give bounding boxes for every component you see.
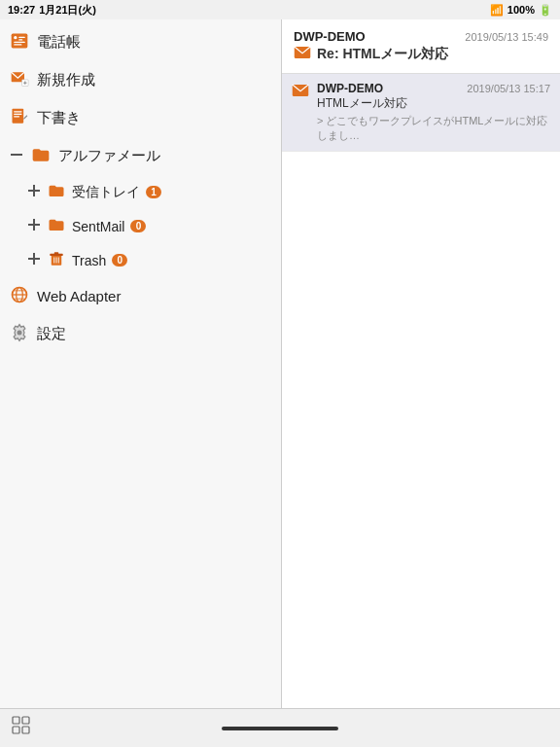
trash-plus-icon [27, 252, 41, 268]
webadapter-icon [10, 285, 29, 307]
sidebar-item-compose[interactable]: 新規作成 [0, 61, 281, 99]
alphamail-collapse-icon [10, 148, 23, 164]
email-from: DWP-DEMO [317, 82, 383, 95]
svg-rect-36 [13, 727, 19, 733]
list-item[interactable]: DWP-DEMO 2019/05/13 15:17 HTMLメール対応 > どこ… [282, 74, 560, 152]
svg-rect-4 [14, 42, 25, 43]
compose-icon [10, 69, 29, 91]
email-header-from: DWP-DEMO [294, 29, 366, 44]
contacts-label: 電話帳 [37, 33, 81, 52]
envelope-open-icon [294, 46, 311, 63]
inbox-badge: 1 [146, 186, 161, 198]
svg-rect-20 [33, 253, 35, 265]
home-bar-line [222, 727, 338, 730]
sidebar-item-drafts[interactable]: 下書き [0, 99, 281, 137]
wifi-icon: 📶 [490, 4, 504, 17]
svg-rect-3 [18, 39, 22, 40]
inbox-label: 受信トレイ [72, 184, 140, 201]
grid-icon[interactable] [12, 716, 31, 740]
svg-rect-38 [22, 727, 29, 733]
sidebar-item-trash[interactable]: Trash 0 [0, 243, 281, 277]
svg-rect-11 [14, 111, 21, 112]
sentmail-folder-icon [47, 216, 66, 236]
svg-rect-37 [22, 717, 29, 724]
drafts-label: 下書き [37, 109, 81, 127]
sidebar-item-sentmail[interactable]: SentMail 0 [0, 209, 281, 243]
email-time: 2019/05/13 15:17 [467, 83, 550, 94]
status-date: 1月21日(火) [39, 3, 96, 18]
alphamail-folder-icon [31, 145, 51, 167]
contacts-icon [10, 31, 29, 53]
sidebar-item-webadapter[interactable]: Web Adapter [0, 277, 281, 315]
svg-rect-18 [33, 219, 35, 231]
svg-rect-35 [13, 717, 19, 724]
trash-folder-icon [47, 250, 66, 270]
main-container: 電話帳 新規作成 [0, 19, 560, 728]
settings-icon [10, 323, 29, 345]
sidebar-item-contacts[interactable]: 電話帳 [0, 23, 281, 61]
sidebar: 電話帳 新規作成 [0, 19, 282, 728]
trash-badge: 0 [112, 254, 127, 267]
email-list-item-content: DWP-DEMO 2019/05/13 15:17 HTMLメール対応 > どこ… [317, 82, 550, 143]
battery-level: 100% [508, 4, 535, 16]
email-envelope-icon [292, 84, 309, 101]
compose-label: 新規作成 [37, 71, 95, 89]
sidebar-alphamail-header[interactable]: アルファメール [0, 137, 281, 175]
inbox-folder-icon [47, 182, 66, 202]
sidebar-item-inbox[interactable]: 受信トレイ 1 [0, 175, 281, 209]
webadapter-label: Web Adapter [37, 288, 121, 304]
sidebar-item-settings[interactable]: 設定 [0, 315, 281, 353]
svg-rect-16 [33, 185, 35, 196]
alphamail-label: アルファメール [58, 147, 160, 165]
email-header-date: 2019/05/13 15:49 [465, 31, 548, 43]
sentmail-label: SentMail [72, 219, 124, 234]
svg-rect-0 [12, 34, 28, 49]
email-subject: HTMLメール対応 [317, 95, 550, 112]
svg-rect-1 [14, 36, 17, 39]
svg-rect-23 [54, 252, 59, 254]
svg-point-32 [18, 331, 22, 336]
svg-rect-5 [14, 44, 21, 45]
email-preview: > どこでもワークプレイスがHTMLメールに対応しまし… [317, 114, 550, 143]
email-header: DWP-DEMO 2019/05/13 15:49 Re: HTMLメール対応 [282, 19, 560, 74]
sentmail-plus-icon [27, 218, 41, 234]
status-bar: 19:27 1月21日(火) 📶 100% 🔋 [0, 0, 560, 19]
drafts-icon [10, 107, 29, 129]
svg-rect-12 [14, 114, 21, 115]
svg-rect-13 [14, 116, 19, 117]
battery-icon: 🔋 [539, 4, 552, 17]
sentmail-badge: 0 [130, 220, 146, 232]
inbox-plus-icon [27, 184, 41, 200]
bottom-bar [0, 708, 560, 747]
content-panel: DWP-DEMO 2019/05/13 15:49 Re: HTMLメール対応 [282, 19, 560, 728]
svg-rect-14 [11, 154, 22, 156]
status-time: 19:27 [8, 4, 35, 16]
trash-label: Trash [72, 253, 106, 268]
svg-rect-2 [18, 37, 25, 38]
email-header-subject: Re: HTMLメール対応 [317, 46, 448, 63]
settings-label: 設定 [37, 325, 66, 343]
svg-rect-10 [13, 109, 24, 124]
